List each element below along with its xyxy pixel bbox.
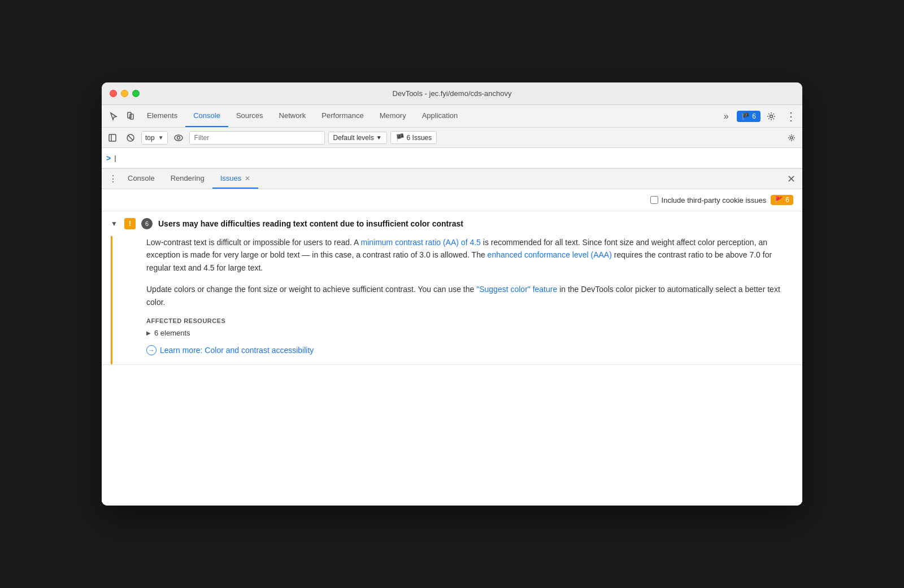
- toolbar-right: » 🏴 6 ⋮: [718, 108, 799, 125]
- svg-point-9: [177, 136, 180, 139]
- third-party-label: Include third-party cookie issues: [662, 196, 767, 204]
- tab-sources[interactable]: Sources: [228, 105, 271, 127]
- maximize-button[interactable]: [132, 90, 140, 97]
- issue-expand-chevron: ▼: [111, 220, 119, 228]
- console-toolbar: top ▼ Default levels ▼ 🏴 6 Issues: [102, 128, 802, 148]
- settings-button[interactable]: [763, 108, 780, 125]
- devtools-window: DevTools - jec.fyi/demo/cds-anchovy Elem…: [102, 82, 802, 506]
- close-button[interactable]: [110, 90, 117, 97]
- elements-count-arrow: ▶: [146, 330, 151, 336]
- traffic-lights: [110, 90, 140, 97]
- aa-contrast-link[interactable]: minimum contrast ratio (AA) of 4.5: [360, 238, 480, 247]
- issue-update: Update colors or change the font size or…: [146, 283, 793, 308]
- svg-point-10: [790, 137, 793, 139]
- filter-input-wrap[interactable]: [189, 131, 325, 145]
- affected-resources: AFFECTED RESOURCES ▶ 6 elements: [146, 317, 793, 338]
- third-party-filter: Include third-party cookie issues: [650, 196, 767, 204]
- tab-console[interactable]: Console: [185, 105, 228, 127]
- close-issues-tab[interactable]: ✕: [245, 175, 250, 182]
- suggest-color-link[interactable]: "Suggest color" feature: [476, 285, 557, 294]
- drawer-dots-menu[interactable]: ⋮: [106, 172, 120, 186]
- context-selector-arrow: ▼: [158, 134, 164, 141]
- issue-item-color-contrast: ▼ ! 6 Users may have difficulties readin…: [102, 211, 802, 365]
- console-settings-button[interactable]: [784, 130, 799, 145]
- tab-elements[interactable]: Elements: [139, 105, 185, 127]
- learn-more-link[interactable]: → Learn more: Color and contrast accessi…: [146, 345, 793, 355]
- issues-flag-icon: 🏴: [741, 112, 750, 120]
- issue-title: Users may have difficulties reading text…: [158, 219, 463, 228]
- bottom-drawer: ⋮ Console Rendering Issues ✕ ✕: [102, 168, 802, 506]
- window-title: DevTools - jec.fyi/demo/cds-anchovy: [393, 89, 512, 98]
- console-cursor[interactable]: |: [114, 154, 116, 162]
- context-selector[interactable]: top ▼: [141, 131, 168, 145]
- device-icon[interactable]: [122, 108, 139, 125]
- minimize-button[interactable]: [121, 90, 128, 97]
- affected-resources-label: AFFECTED RESOURCES: [146, 317, 793, 324]
- issue-body: Low-contrast text is difficult or imposs…: [111, 236, 802, 364]
- drawer-tabs: ⋮ Console Rendering Issues ✕ ✕: [102, 169, 802, 189]
- svg-line-7: [128, 135, 133, 140]
- flag-icon: 🏴: [395, 133, 405, 142]
- issues-badge[interactable]: 🏴 6: [737, 111, 760, 122]
- tab-application[interactable]: Application: [414, 105, 466, 127]
- warning-count-badge: 🚩 6: [771, 195, 793, 205]
- drawer-tab-issues[interactable]: Issues ✕: [212, 169, 259, 189]
- console-prompt: >: [106, 154, 111, 163]
- main-tab-nav: Elements Console Sources Network Perform…: [139, 105, 718, 127]
- drawer-tab-rendering[interactable]: Rendering: [163, 169, 212, 189]
- issue-count-circle: 6: [141, 218, 153, 229]
- issue-description: Low-contrast text is difficult or imposs…: [146, 236, 793, 274]
- learn-more-icon: →: [146, 345, 157, 355]
- drawer-close-button[interactable]: ✕: [784, 172, 798, 186]
- drawer-tab-console[interactable]: Console: [120, 169, 163, 189]
- tab-memory[interactable]: Memory: [372, 105, 414, 127]
- tab-network[interactable]: Network: [271, 105, 314, 127]
- title-bar: DevTools - jec.fyi/demo/cds-anchovy: [102, 82, 802, 105]
- tab-performance[interactable]: Performance: [314, 105, 371, 127]
- warning-flag-icon: 🚩: [775, 196, 783, 204]
- eye-icon-button[interactable]: [171, 130, 186, 145]
- elements-count-expand[interactable]: ▶ 6 elements: [146, 328, 793, 338]
- devtools-panel: Elements Console Sources Network Perform…: [102, 105, 802, 506]
- issues-count-badge[interactable]: 🏴 6 Issues: [390, 131, 437, 144]
- issues-filter-row: Include third-party cookie issues 🚩 6: [102, 189, 802, 211]
- svg-point-3: [770, 115, 773, 117]
- third-party-checkbox[interactable]: [650, 196, 658, 204]
- filter-input[interactable]: [194, 134, 320, 142]
- aaa-contrast-link[interactable]: enhanced conformance level (AAA): [488, 250, 612, 259]
- more-tabs-button[interactable]: »: [718, 108, 734, 125]
- svg-point-8: [175, 135, 182, 141]
- console-input-area: > |: [102, 148, 802, 168]
- top-toolbar: Elements Console Sources Network Perform…: [102, 105, 802, 128]
- svg-rect-4: [109, 134, 116, 141]
- sidebar-toggle-button[interactable]: [105, 130, 120, 145]
- issue-warning-icon: !: [124, 218, 136, 229]
- clear-console-button[interactable]: [123, 130, 138, 145]
- pointer-icon[interactable]: [105, 108, 122, 125]
- issue-header[interactable]: ▼ ! 6 Users may have difficulties readin…: [102, 211, 802, 236]
- more-options-button[interactable]: ⋮: [782, 108, 799, 125]
- default-levels-button[interactable]: Default levels ▼: [328, 132, 387, 144]
- default-levels-arrow: ▼: [376, 134, 382, 141]
- issues-panel: Include third-party cookie issues 🚩 6 ▼ …: [102, 189, 802, 506]
